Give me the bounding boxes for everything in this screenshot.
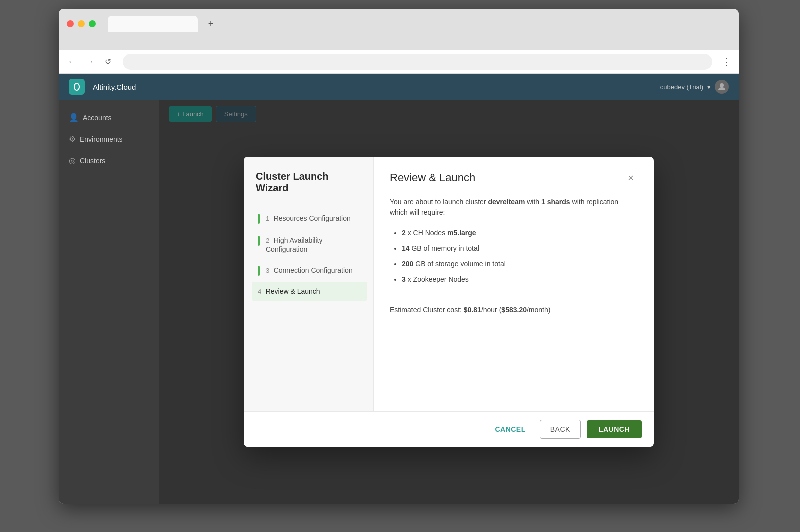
app-main: + Launch Settings Cluster Launch Wizard (159, 100, 739, 504)
step-1-number: 1 (266, 215, 270, 222)
sidebar-item-label-accounts: Accounts (83, 114, 112, 122)
accounts-icon: 👤 (69, 113, 79, 122)
back-button[interactable]: BACK (540, 420, 581, 439)
wizard-content-title: Review & Launch (390, 171, 476, 184)
step-3-label: Connection Configuration (274, 266, 353, 274)
step-3-indicator (258, 266, 260, 276)
forward-button[interactable]: → (83, 55, 97, 69)
launch-button[interactable]: LAUNCH (587, 420, 642, 438)
step-4-label: Review & Launch (266, 287, 320, 295)
cluster-name: devrelteam (488, 198, 525, 206)
header-user: cubedev (Trial) ▾ (660, 80, 729, 94)
list-item: 200 GB of storage volume in total (402, 259, 638, 269)
user-name: cubedev (Trial) (660, 83, 704, 91)
browser-tab[interactable] (108, 16, 198, 32)
close-modal-button[interactable]: × (624, 171, 638, 185)
review-description: You are about to launch cluster devrelte… (390, 197, 638, 218)
chevron-down-icon: ▾ (708, 83, 711, 91)
step-1-content: 1 Resources Configuration (266, 214, 362, 223)
wizard-step-2[interactable]: 2 High Availability Configuration (256, 230, 362, 260)
refresh-button[interactable]: ↺ (101, 55, 115, 69)
cancel-button[interactable]: CANCEL (487, 420, 534, 438)
modal-overlay: Cluster Launch Wizard 1 Resources Config… (159, 100, 739, 504)
app-body: 👤 Accounts ⚙ Environments ◎ Clusters + L… (59, 100, 739, 504)
step-2-number: 2 (266, 237, 270, 244)
cost-line: Estimated Cluster cost: $0.81/hour ($583… (390, 306, 638, 314)
desc-mid: with (525, 198, 542, 206)
zookeeper-count: 3 (402, 275, 406, 283)
sidebar-item-environments[interactable]: ⚙ Environments (59, 129, 159, 149)
app-logo-text: Altinity.Cloud (93, 83, 136, 91)
zookeeper-text: x Zookeeper Nodes (406, 275, 469, 283)
cluster-launch-wizard-modal: Cluster Launch Wizard 1 Resources Config… (244, 157, 654, 447)
wizard-step-4[interactable]: 4 Review & Launch (252, 282, 368, 301)
sidebar-item-clusters[interactable]: ◎ Clusters (59, 151, 159, 170)
wizard-sidebar: Cluster Launch Wizard 1 Resources Config… (244, 157, 374, 411)
sidebar-item-accounts[interactable]: 👤 Accounts (59, 108, 159, 127)
new-tab-button[interactable]: + (204, 17, 218, 31)
cost-month-suffix: /month) (527, 306, 550, 314)
shards-count: 1 shards (542, 198, 570, 206)
step-2-indicator (258, 236, 260, 246)
node-type: m5.large (448, 229, 476, 237)
browser-titlebar: + (59, 9, 739, 50)
cost-per-month: $583.20 (502, 306, 527, 314)
wizard-title: Cluster Launch Wizard (256, 171, 362, 194)
clusters-icon: ◎ (69, 156, 76, 165)
address-bar[interactable] (123, 54, 712, 70)
cost-per-hour: $0.81 (464, 306, 482, 314)
cost-prefix: Estimated Cluster cost: (390, 306, 464, 314)
list-item: 14 GB of memory in total (402, 243, 638, 254)
browser-window: + ← → ↺ ⋮ Altinity.Cloud cubedev (Trial)… (59, 9, 739, 504)
node-count: 2 (402, 229, 406, 237)
wizard-step-3[interactable]: 3 Connection Configuration (256, 260, 362, 282)
storage-count: 200 (402, 260, 414, 268)
step-4-content: 4 Review & Launch (258, 287, 362, 296)
wizard-content: Review & Launch × You are about to launc… (374, 157, 654, 411)
node-text: x CH Nodes (406, 229, 448, 237)
desc-prefix: You are about to launch cluster (390, 198, 488, 206)
app-sidebar: 👤 Accounts ⚙ Environments ◎ Clusters (59, 100, 159, 504)
step-3-number: 3 (266, 267, 270, 274)
tab-bar: + (100, 16, 731, 32)
memory-text: GB of memory in total (410, 244, 480, 252)
wizard-content-header: Review & Launch × (390, 171, 638, 185)
browser-toolbar: ← → ↺ ⋮ (59, 50, 739, 74)
sidebar-item-label-environments: Environments (80, 135, 123, 143)
modal-body: Cluster Launch Wizard 1 Resources Config… (244, 157, 654, 411)
back-button[interactable]: ← (65, 55, 79, 69)
browser-controls: + (59, 9, 739, 36)
wizard-steps: 1 Resources Configuration 2 (256, 208, 362, 301)
app-header: Altinity.Cloud cubedev (Trial) ▾ (59, 74, 739, 100)
review-list: 2 x CH Nodes m5.large 14 GB of memory in… (390, 228, 638, 290)
list-item: 3 x Zookeeper Nodes (402, 274, 638, 285)
memory-count: 14 (402, 244, 410, 252)
maximize-window-button[interactable] (89, 20, 96, 27)
list-item: 2 x CH Nodes m5.large (402, 228, 638, 238)
app-container: Altinity.Cloud cubedev (Trial) ▾ 👤 Accou… (59, 74, 739, 504)
step-1-indicator (258, 214, 260, 224)
browser-menu-button[interactable]: ⋮ (720, 54, 733, 69)
step-2-label: High Availability Configuration (266, 236, 322, 253)
step-3-content: 3 Connection Configuration (266, 266, 362, 275)
avatar (715, 80, 729, 94)
modal-footer: CANCEL BACK LAUNCH (244, 411, 654, 447)
minimize-window-button[interactable] (78, 20, 85, 27)
environments-icon: ⚙ (69, 134, 76, 144)
cost-hour-suffix: /hour ( (482, 306, 502, 314)
app-logo-icon (69, 79, 85, 95)
step-4-number: 4 (258, 288, 262, 295)
step-2-content: 2 High Availability Configuration (266, 236, 362, 254)
wizard-step-1[interactable]: 1 Resources Configuration (256, 208, 362, 230)
step-1-label: Resources Configuration (274, 214, 351, 222)
storage-text: GB of storage volume in total (414, 260, 506, 268)
sidebar-item-label-clusters: Clusters (80, 157, 106, 165)
close-window-button[interactable] (67, 20, 74, 27)
svg-point-0 (720, 83, 724, 87)
